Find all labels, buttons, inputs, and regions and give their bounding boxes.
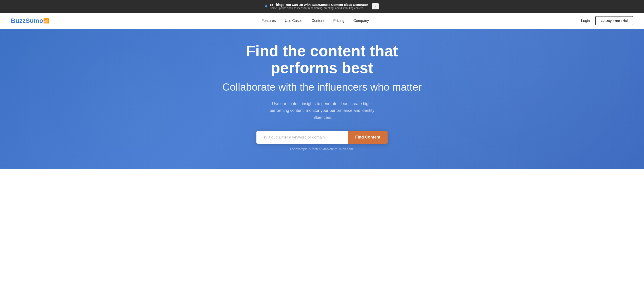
navbar: BuzzSumo 📶 Features Use Cases Content Pr… <box>0 13 644 29</box>
announcement-arrow-icon: › <box>375 4 376 8</box>
nav-link-features[interactable]: Features <box>262 19 276 22</box>
nav-item-use-cases[interactable]: Use Cases <box>285 19 302 23</box>
search-input[interactable] <box>256 131 348 144</box>
navbar-actions: Login 30 Day Free Trial <box>581 16 633 25</box>
logo[interactable]: BuzzSumo 📶 <box>11 17 49 24</box>
nav-link-company[interactable]: Company <box>354 19 369 22</box>
announcement-title: 15 Things You Can Do With BuzzSumo's Con… <box>270 3 368 6</box>
hero-description: Use our content insights to generate ide… <box>263 100 381 121</box>
announcement-arrow-button[interactable]: › <box>372 3 379 9</box>
announcement-text: 15 Things You Can Do With BuzzSumo's Con… <box>270 3 368 10</box>
nav-links: Features Use Cases Content Pricing Compa… <box>262 19 369 23</box>
logo-text: BuzzSumo <box>11 17 43 24</box>
nav-link-content[interactable]: Content <box>312 19 324 22</box>
find-content-button[interactable]: Find Content <box>348 131 388 144</box>
announcement-content: 15 Things You Can Do With BuzzSumo's Con… <box>265 3 368 10</box>
nav-item-company[interactable]: Company <box>354 19 369 23</box>
announcement-bar: 15 Things You Can Do With BuzzSumo's Con… <box>0 0 644 13</box>
hero-subheadline: Collaborate with the influencers who mat… <box>222 81 422 93</box>
hero-headline: Find the content that performs best <box>211 42 433 76</box>
logo-signal-icon: 📶 <box>43 18 49 24</box>
nav-link-pricing[interactable]: Pricing <box>333 19 344 22</box>
nav-item-content[interactable]: Content <box>312 19 324 23</box>
trial-button[interactable]: 30 Day Free Trial <box>596 16 633 25</box>
nav-link-use-cases[interactable]: Use Cases <box>285 19 302 22</box>
hero-section: Find the content that performs best Coll… <box>0 29 644 169</box>
search-container: Find Content <box>256 131 388 144</box>
search-hint: For example: "Content Marketing", "Cnn.c… <box>290 147 354 151</box>
announcement-subtitle: Come up with endless ideas for researchi… <box>270 6 368 10</box>
nav-item-features[interactable]: Features <box>262 19 276 23</box>
nav-item-pricing[interactable]: Pricing <box>333 19 344 23</box>
announcement-dot-icon <box>265 5 267 7</box>
login-link[interactable]: Login <box>581 19 590 23</box>
